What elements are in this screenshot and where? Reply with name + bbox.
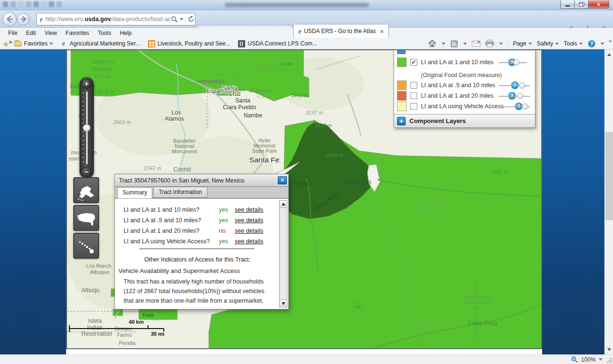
safety-menu[interactable]: Safety xyxy=(537,40,559,47)
favorite-link-ams[interactable]: eAgricultural Marketing Ser... xyxy=(60,40,140,47)
checkbox-checked[interactable]: ✓ xyxy=(410,59,417,66)
toolbar-overflow-chevron[interactable]: » xyxy=(609,38,612,44)
see-details-link[interactable]: see details xyxy=(235,217,277,224)
menu-view[interactable]: View xyxy=(40,28,61,38)
checkbox-unchecked[interactable] xyxy=(410,92,417,99)
refresh-icon[interactable] xyxy=(188,16,194,23)
zoom-out-button[interactable]: − xyxy=(81,167,92,177)
menu-help[interactable]: Help xyxy=(115,28,136,38)
tab-close-icon[interactable]: × xyxy=(379,28,385,35)
tab-summary[interactable]: Summary xyxy=(117,187,152,198)
address-bar[interactable]: e http://www.ers.usda.gov/data-products/… xyxy=(36,13,195,25)
minimize-button[interactable] xyxy=(560,0,575,9)
print-caret[interactable] xyxy=(499,43,503,45)
answer: yes xyxy=(219,238,235,245)
see-details-link[interactable]: see details xyxy=(235,206,277,213)
search-icon[interactable] xyxy=(171,16,178,23)
close-button[interactable]: × xyxy=(588,0,609,9)
opacity-slider-knob[interactable] xyxy=(513,59,520,66)
see-details-link[interactable]: see details xyxy=(235,228,277,234)
popup-title: Tract 35047957600 in San Miguel, New Mex… xyxy=(119,177,244,184)
legend-row-05-10: LI and LA at .5 and 10 miles ? xyxy=(394,80,535,91)
page-menu[interactable]: Page xyxy=(513,40,532,47)
scrollbar-up-button[interactable] xyxy=(605,50,613,58)
print-icon[interactable] xyxy=(485,40,494,47)
help-icon[interactable]: ? xyxy=(588,40,596,48)
route-40-label: 40 xyxy=(356,304,360,308)
zoom-magnifier-icon xyxy=(571,356,578,363)
page-background: 40 Santa Fe National Forest Grant 2576 m… xyxy=(0,49,604,354)
below-map-strip xyxy=(66,349,542,354)
favorite-link-livestock[interactable]: Livestock, Poultry and See... xyxy=(148,40,230,47)
scrollbar-down-button[interactable] xyxy=(605,345,613,353)
legend-label: LI and LA using Vehicle Access xyxy=(421,103,504,110)
expand-plus-icon[interactable]: + xyxy=(397,117,406,125)
legend-row-1-20: LI and LA at 1 and 20 miles ? xyxy=(394,91,535,102)
legend-label: LI and LA at .5 and 10 miles xyxy=(421,82,495,89)
add-favorite-star-icon[interactable]: ★➤ xyxy=(3,40,12,48)
home-command-icon[interactable] xyxy=(428,40,437,47)
tab-usda-ers-atlas[interactable]: e USDA ERS - Go to the Atlas × xyxy=(293,24,389,38)
opacity-slider[interactable] xyxy=(499,106,530,107)
menu-tools[interactable]: Tools xyxy=(93,28,115,38)
popup-header[interactable]: Tract 35047957600 in San Miguel, New Mex… xyxy=(114,174,289,187)
tab-tract-information[interactable]: Tract Information xyxy=(153,187,207,198)
rss-caret[interactable] xyxy=(463,43,467,45)
opacity-slider-knob[interactable] xyxy=(519,82,525,89)
popup-close-button[interactable]: × xyxy=(278,176,287,184)
label-san-miguel-county: MIGUEL xyxy=(420,205,452,211)
label-isleta: Reservation xyxy=(81,330,112,337)
scrollbar-thumb[interactable] xyxy=(605,132,613,220)
rss-icon[interactable] xyxy=(450,40,458,47)
url-text: http://www.ers.usda.gov/data-products/fo… xyxy=(45,16,171,23)
home-caret[interactable] xyxy=(442,43,445,45)
usa-extent-button[interactable] xyxy=(73,205,99,231)
label-santa-fe-nf: National xyxy=(92,66,113,72)
label-isleta: Indian xyxy=(87,324,103,331)
tract-description: This tract has a relatively high number … xyxy=(124,277,268,306)
legend-swatch-cut xyxy=(397,50,406,54)
search-dropdown-caret[interactable] xyxy=(180,18,183,21)
opacity-slider-knob[interactable] xyxy=(517,93,523,99)
zoom-in-button[interactable]: + xyxy=(81,79,92,89)
opacity-slider[interactable] xyxy=(499,85,530,86)
menu-file[interactable]: File xyxy=(4,28,22,38)
map-viewport[interactable]: 40 Santa Fe National Forest Grant 2576 m… xyxy=(66,49,542,349)
see-details-link[interactable]: see details xyxy=(235,238,277,245)
zoom-control[interactable]: 100% xyxy=(571,356,602,363)
favorites-label[interactable]: Favorites xyxy=(24,40,47,47)
hawaii-extent-button[interactable] xyxy=(73,233,99,259)
popup-scrollbar[interactable] xyxy=(279,200,287,307)
divider xyxy=(185,15,186,23)
zoom-handle[interactable] xyxy=(83,124,91,132)
menu-edit[interactable]: Edit xyxy=(22,28,40,38)
opacity-slider[interactable] xyxy=(499,62,527,63)
menu-favorites[interactable]: Favorites xyxy=(61,28,93,38)
favorites-caret[interactable] xyxy=(49,43,53,45)
favorites-bar: ★➤ Favorites eAgricultural Marketing Ser… xyxy=(0,38,613,49)
checkbox-unchecked[interactable] xyxy=(410,82,417,89)
opacity-slider-knob[interactable] xyxy=(522,103,528,110)
measure-row: LI and LA at .5 and 10 miles? yes see de… xyxy=(124,217,277,224)
alaska-extent-button[interactable] xyxy=(73,177,99,203)
back-button[interactable] xyxy=(2,12,17,26)
label-hernandez: Hernandez xyxy=(196,78,225,85)
component-layers-bar[interactable]: + Component Layers xyxy=(394,114,535,127)
restore-button[interactable] xyxy=(574,0,589,9)
forward-button[interactable] xyxy=(17,13,30,25)
zoom-caret[interactable] xyxy=(599,358,602,361)
favorites-folder-icon[interactable] xyxy=(14,41,22,46)
legend-row-vehicle: LI and LA using Vehicle Access ? xyxy=(394,102,535,112)
scroll-down-button[interactable] xyxy=(280,300,287,307)
scroll-up-button[interactable] xyxy=(280,201,287,208)
tools-menu[interactable]: Tools xyxy=(564,40,583,47)
label-santa-rosa-lake: Santa Rosa xyxy=(462,294,491,299)
label-hyde: State Park xyxy=(252,148,277,154)
mail-icon[interactable] xyxy=(472,41,480,47)
map-zoom-slider[interactable]: + − xyxy=(79,77,94,179)
browser-scrollbar[interactable] xyxy=(604,49,613,354)
checkbox-unchecked[interactable] xyxy=(410,103,417,110)
opacity-slider[interactable] xyxy=(499,96,530,97)
help-caret[interactable] xyxy=(601,43,604,45)
favorite-link-usda-connect[interactable]: USDA Connect LPS Com... xyxy=(238,40,317,47)
